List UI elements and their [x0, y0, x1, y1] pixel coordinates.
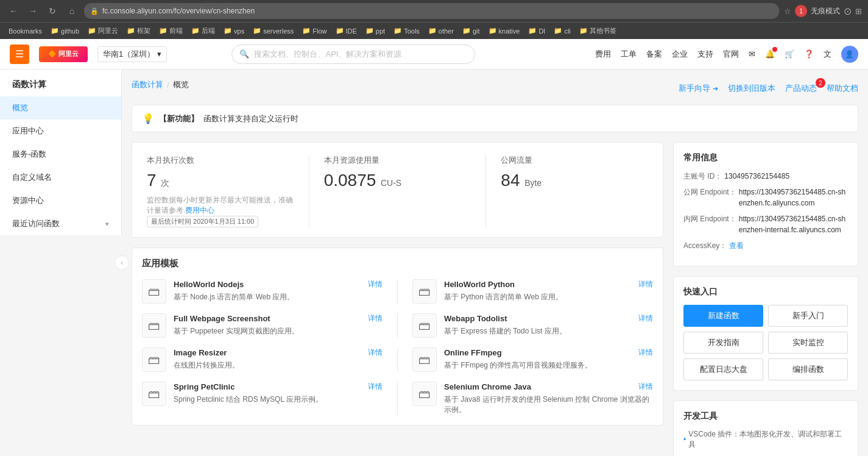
template-item-5: 🗃 Online FFmpeg 详情 基于 FFmpeg 的弹性高可用音视频处理… — [412, 347, 653, 372]
folder-icon: 📁 — [224, 27, 232, 35]
template-link-1[interactable]: 详情 — [638, 279, 653, 290]
help-docs-link[interactable]: 帮助文档 — [827, 83, 858, 94]
header-record[interactable]: 备案 — [646, 49, 662, 60]
header-fees[interactable]: 费用 — [595, 49, 611, 60]
bookmark-ide[interactable]: 📁 IDE — [332, 26, 361, 36]
template-link-4[interactable]: 详情 — [368, 347, 383, 358]
product-news-link[interactable]: 产品动态 2 — [785, 83, 817, 94]
sidebar-item-recent-functions[interactable]: 最近访问函数 ▾ — [0, 212, 121, 235]
template-header-2: Full Webpage Screenshot 详情 — [174, 313, 383, 324]
sidebar-item-service-function[interactable]: 服务-函数 — [0, 143, 121, 166]
template-link-0[interactable]: 详情 — [368, 279, 383, 290]
bookmark-flow[interactable]: 📁 Flow — [298, 26, 330, 36]
font-icon[interactable]: 文 — [824, 49, 831, 60]
address-bar[interactable]: 🔒 fc.console.aliyun.com/fc/overview/cn-s… — [84, 3, 779, 19]
extension-icon[interactable]: ⊞ — [855, 7, 862, 16]
sidebar-item-resource-center[interactable]: 资源中心 — [0, 189, 121, 212]
template-header-0: HelloWorld Nodejs 详情 — [174, 279, 383, 290]
refresh-button[interactable]: ↻ — [45, 4, 60, 18]
header-official[interactable]: 官网 — [723, 49, 739, 60]
bookmark-other-books[interactable]: 📁 其他书签 — [576, 25, 620, 37]
header-enterprise[interactable]: 企业 — [672, 49, 688, 60]
avatar-icon[interactable]: ⊙ — [844, 5, 852, 17]
back-button[interactable]: ← — [6, 4, 21, 18]
new-function-button[interactable]: 新建函数 — [683, 305, 763, 327]
template-row-4: 🗃 Spring PetClinic 详情 Spring Petclinic 结… — [142, 382, 653, 415]
realtime-monitor-button[interactable]: 实时监控 — [768, 332, 848, 354]
profile-button[interactable]: 1 — [795, 5, 807, 17]
avatar[interactable]: 👤 — [841, 46, 858, 63]
region-selector[interactable]: 华南1（深圳） ▾ — [97, 46, 167, 62]
header-ticket[interactable]: 工单 — [621, 49, 637, 60]
bookmark-serverless[interactable]: 📁 serverless — [249, 26, 297, 36]
breadcrumb-link-fc[interactable]: 函数计算 — [132, 79, 163, 90]
template-item-6: 🗃 Spring PetClinic 详情 Spring Petclinic 结… — [142, 382, 383, 415]
template-link-3[interactable]: 详情 — [638, 313, 653, 324]
template-name-4: Image Resizer — [174, 348, 227, 357]
cart-icon[interactable]: 🛒 — [785, 49, 794, 59]
template-info-7: Selenium Chrome Java 详情 基于 Java8 运行时开发的使… — [444, 382, 653, 415]
bookmark-other[interactable]: 📁 other — [425, 26, 457, 36]
sidebar-item-overview[interactable]: 概览 — [0, 96, 121, 119]
template-link-6[interactable]: 详情 — [368, 382, 383, 392]
stat-divider-2 — [485, 155, 486, 227]
template-item-0: 🗃 HelloWorld Nodejs 详情 基于 Node.js 语言的简单 … — [142, 279, 383, 304]
template-link-7[interactable]: 详情 — [638, 382, 653, 392]
stat-execution-label: 本月执行次数 — [147, 155, 294, 166]
bell-icon[interactable]: 🔔 — [765, 49, 775, 59]
template-icon-2: 🗃 — [142, 313, 166, 338]
stat-execution-note: 监控数据每小时更新并尽最大可能推送，准确计量请参考 费用中心 最后统计时间 20… — [147, 195, 294, 227]
template-row-3: 🗃 Image Resizer 详情 在线图片转换应用。 — [142, 347, 653, 372]
folder-icon: 📁 — [489, 27, 497, 35]
bookmark-aliyun[interactable]: 📁 阿里云 — [84, 25, 122, 37]
bookmark-bookmarks[interactable]: Bookmarks — [5, 26, 46, 36]
menu-button[interactable]: ☰ — [10, 45, 29, 64]
bookmark-tools[interactable]: 📁 Tools — [390, 26, 423, 36]
internal-endpoint-row: 内网 Endpoint： https://1304957362154485.cn… — [683, 213, 848, 235]
config-log-button[interactable]: 配置日志大盘 — [683, 358, 763, 380]
sidebar: 函数计算 概览 应用中心 服务-函数 自定义域名 资源中心 最近访问函数 — [0, 69, 122, 235]
header-support[interactable]: 支持 — [697, 49, 713, 60]
bookmark-framework[interactable]: 📁 框架 — [123, 25, 154, 37]
folder-icon: 📁 — [127, 27, 135, 35]
sidebar-collapse-button[interactable]: ‹ — [115, 255, 129, 270]
home-button[interactable]: ⌂ — [65, 4, 79, 18]
folder-icon: 📁 — [336, 27, 344, 35]
bookmark-cli[interactable]: 📁 cli — [550, 26, 574, 36]
template-header-4: Image Resizer 详情 — [174, 347, 383, 358]
switch-old-link[interactable]: 切换到旧版本 — [728, 83, 775, 94]
mail-icon[interactable]: ✉ — [749, 49, 755, 59]
template-link-2[interactable]: 详情 — [368, 313, 383, 324]
template-desc-5: 基于 FFmpeg 的弹性高可用音视频处理服务。 — [444, 360, 653, 371]
bookmark-ppt[interactable]: 📁 ppt — [362, 26, 389, 36]
edit-function-button[interactable]: 编排函数 — [768, 358, 848, 380]
search-bar[interactable]: 🔍 搜索文档、控制台、API、解决方案和资源 — [231, 45, 475, 64]
sidebar-item-custom-domain[interactable]: 自定义域名 — [0, 166, 121, 189]
dev-guide-button[interactable]: 开发指南 — [683, 332, 763, 354]
new-user-guide-link[interactable]: 新手向导 ➜ — [679, 83, 718, 94]
sidebar-item-app-center[interactable]: 应用中心 — [0, 119, 121, 143]
access-key-link[interactable]: 查看 — [729, 240, 744, 251]
fee-center-link[interactable]: 费用中心 — [185, 206, 214, 215]
template-link-5[interactable]: 详情 — [638, 347, 653, 358]
folder-icon: 📁 — [253, 27, 261, 35]
bookmark-vps[interactable]: 📁 vps — [220, 26, 248, 36]
bookmark-github[interactable]: 📁 github — [47, 26, 83, 36]
stat-resource-number: 0.0875 — [324, 171, 376, 190]
bookmark-backend[interactable]: 📁 后端 — [188, 25, 219, 37]
template-desc-0: 基于 Node.js 语言的简单 Web 应用。 — [174, 292, 383, 302]
bookmark-di[interactable]: 📁 DI — [524, 26, 549, 36]
bookmark-star[interactable]: ☆ — [784, 7, 791, 16]
folder-icon: 📁 — [51, 27, 59, 35]
search-placeholder: 搜索文档、控制台、API、解决方案和资源 — [254, 49, 401, 60]
bookmark-git[interactable]: 📁 git — [459, 26, 484, 36]
template-icon-4: 🗃 — [142, 347, 166, 372]
bookmark-frontend[interactable]: 📁 前端 — [155, 25, 186, 37]
question-icon[interactable]: ❓ — [804, 49, 814, 59]
bookmark-knative[interactable]: 📁 knative — [485, 26, 524, 36]
folder-icon: 📁 — [159, 27, 168, 35]
new-user-guide-button[interactable]: 新手入门 — [768, 305, 848, 327]
template-icon-0: 🗃 — [142, 279, 166, 304]
template-header-1: HelloWorld Python 详情 — [444, 279, 653, 290]
forward-button[interactable]: → — [26, 4, 40, 18]
